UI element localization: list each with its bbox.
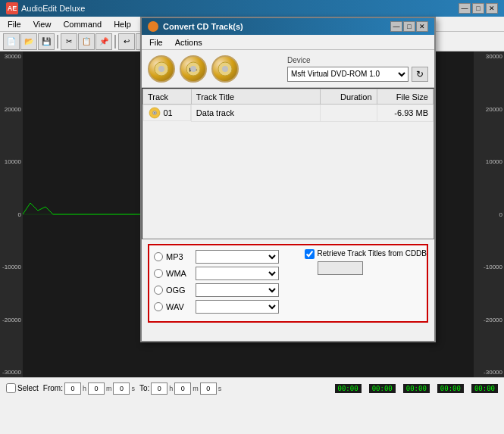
toolbar-open[interactable]: 📂 — [20, 33, 37, 50]
waveform-left: 30000 20000 10000 0 -10000 -20000 -30000 — [0, 52, 142, 377]
dialog-title: Convert CD Track(s) — [163, 22, 390, 31]
svg-point-1 — [155, 62, 168, 76]
from-m-input[interactable] — [88, 382, 105, 395]
to-s-label: s — [218, 385, 222, 392]
retrieve-label: Retrieve Track Titles from CDDB — [318, 249, 427, 258]
scale-val-2: 20000 — [0, 106, 23, 113]
from-label: From: — [43, 384, 63, 392]
toolbar-copy[interactable]: 📋 — [78, 33, 95, 50]
retrieve-checkbox[interactable] — [305, 249, 315, 259]
logo-text: AE — [8, 5, 17, 12]
format-ogg-radio[interactable] — [154, 286, 163, 295]
device-group: Device Msft Virtual DVD-ROM 1.0 ↻ — [287, 56, 428, 82]
track-title-cell: Data track — [191, 105, 320, 122]
to-label: To: — [139, 384, 149, 392]
scale-right-2: 20000 — [474, 106, 504, 113]
to-s-input[interactable] — [200, 382, 217, 395]
format-ogg-select[interactable] — [196, 283, 279, 297]
dialog-minimize-button[interactable]: — — [390, 21, 402, 32]
dialog-menubar: File Actions — [142, 35, 434, 50]
to-m-label: m — [193, 385, 199, 392]
scale-right-5: -10000 — [474, 264, 504, 270]
cd-icon-3[interactable] — [211, 55, 239, 83]
format-wav-select[interactable] — [196, 300, 279, 314]
menu-help[interactable]: Help — [109, 18, 136, 30]
svg-point-10 — [224, 67, 226, 69]
scale-right-3: 10000 — [474, 158, 504, 165]
cd-icon-1[interactable] — [148, 55, 175, 83]
format-wav-row: WAV — [154, 300, 422, 314]
from-time-group: From: h m s — [43, 382, 135, 395]
dialog-menu-file[interactable]: File — [145, 36, 167, 48]
svg-point-9 — [223, 67, 227, 71]
time-display-4: 00:00 — [437, 384, 464, 393]
from-h-input[interactable] — [64, 382, 81, 395]
format-wav-radio[interactable] — [154, 302, 163, 311]
app-close-button[interactable]: ✕ — [486, 3, 498, 14]
toolbar-sep-2 — [114, 35, 116, 48]
toolbar-save[interactable]: 💾 — [38, 33, 55, 50]
device-row: Msft Virtual DVD-ROM 1.0 ↻ — [287, 67, 428, 82]
app-maximize-button[interactable]: □ — [472, 3, 484, 14]
format-mp3-radio[interactable] — [154, 252, 163, 261]
dialog-toolbar: ▶▶ Device Msft Virtual DVD-ROM 1.0 ↻ — [142, 50, 434, 88]
track-icon — [149, 107, 161, 119]
toolbar-undo[interactable]: ↩ — [118, 33, 135, 50]
app-logo: AE — [6, 2, 18, 14]
toolbar-cut[interactable]: ✂ — [61, 33, 77, 50]
to-time-group: To: h m s — [139, 382, 221, 395]
scale-val-4: 0 — [0, 211, 23, 218]
retrieve-checkbox-area: Retrieve Track Titles from CDDB — [305, 248, 427, 275]
format-outer: MP3 WMA OGG — [142, 244, 434, 323]
from-s-input[interactable] — [113, 382, 130, 395]
menu-file[interactable]: File — [3, 18, 26, 30]
scale-right-6: -20000 — [474, 317, 504, 323]
format-wma-radio[interactable] — [154, 269, 163, 278]
toolbar-sep-1 — [57, 35, 58, 48]
toolbar-paste[interactable]: 📌 — [95, 33, 112, 50]
dialog-window-controls: — □ ✕ — [390, 21, 428, 32]
waveform-left-scale: 30000 20000 10000 0 -10000 -20000 -30000 — [0, 52, 23, 377]
device-select[interactable]: Msft Virtual DVD-ROM 1.0 — [287, 67, 409, 82]
svg-text:▶▶: ▶▶ — [189, 67, 198, 72]
format-area: MP3 WMA OGG — [148, 244, 428, 323]
scale-right-1: 30000 — [474, 53, 504, 60]
dialog-close-button[interactable]: ✕ — [416, 21, 428, 32]
scale-right-4: 0 — [474, 211, 504, 218]
table-row[interactable]: 01 Data track -6.93 MB — [143, 105, 434, 122]
format-mp3-label: MP3 — [166, 252, 193, 261]
dialog-maximize-button[interactable]: □ — [403, 21, 415, 32]
menu-command[interactable]: Command — [58, 18, 106, 30]
app-title: AudioEdit Deluxe — [21, 4, 459, 13]
format-mp3-select[interactable] — [196, 250, 279, 264]
track-list-area[interactable]: Track Track Title Duration File Size — [142, 88, 434, 239]
select-checkbox[interactable] — [6, 383, 16, 393]
dialog-icon — [148, 21, 158, 32]
svg-point-13 — [154, 112, 155, 114]
svg-point-8 — [218, 62, 232, 76]
to-m-input[interactable] — [174, 382, 191, 395]
select-label: Select — [17, 384, 39, 392]
dialog-menu-actions[interactable]: Actions — [171, 36, 207, 48]
select-checkbox-group: Select — [6, 383, 39, 393]
track-duration-cell — [321, 105, 377, 122]
from-h-label: h — [83, 385, 86, 392]
to-h-input[interactable] — [151, 382, 167, 395]
menu-view[interactable]: View — [29, 18, 56, 30]
bottom-right-times: 00:00 00:00 00:00 00:00 00:00 — [335, 384, 498, 393]
svg-point-2 — [159, 67, 164, 71]
cddb-input[interactable] — [318, 261, 363, 275]
cd-icon-2[interactable]: ▶▶ — [180, 55, 207, 83]
to-h-label: h — [169, 385, 173, 392]
format-wma-select[interactable] — [196, 267, 279, 280]
toolbar-new[interactable]: 📄 — [3, 33, 20, 50]
time-display-2: 00:00 — [369, 384, 396, 393]
time-display-1: 00:00 — [335, 384, 362, 393]
scale-val-3: 10000 — [0, 158, 23, 165]
col-file-size: File Size — [377, 89, 433, 105]
app-minimize-button[interactable]: — — [459, 3, 471, 14]
col-track: Track — [143, 89, 192, 105]
waveform-left-canvas — [23, 52, 142, 377]
refresh-button[interactable]: ↻ — [412, 67, 428, 82]
scale-val-5: -10000 — [0, 264, 23, 270]
